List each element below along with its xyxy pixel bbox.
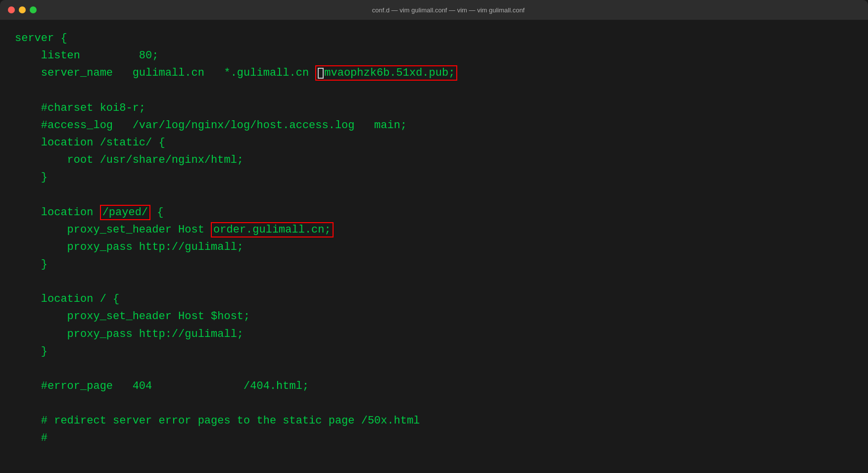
traffic-lights [8,6,37,13]
code-line-14: } [15,256,853,273]
main-window: conf.d — vim gulimall.conf — vim — vim g… [0,0,868,473]
code-line-6: #access_log /var/log/nginx/log/host.acce… [15,117,853,134]
empty-line-2 [15,187,853,204]
code-line-24: # [15,429,853,447]
titlebar: conf.d — vim gulimall.conf — vim — vim g… [0,0,868,20]
code-line-2: listen 80; [15,47,853,64]
code-line-19: } [15,343,853,360]
editor-content[interactable]: server { listen 80; server_name gulimall… [0,20,868,473]
code-line-5: #charset koi8-r; [15,99,853,117]
window-title: conf.d — vim gulimall.conf — vim — vim g… [37,6,860,14]
empty-line-3 [15,273,853,290]
code-line-9: } [15,169,853,186]
code-line-12: proxy_set_header Host order.gulimall.cn; [15,221,853,238]
code-line-13: proxy_pass http://gulimall; [15,238,853,256]
close-button[interactable] [8,6,15,13]
empty-line-5 [15,395,853,412]
server-name-highlight: mvaophzk6b.51xd.pub; [315,65,457,81]
empty-line-1 [15,82,853,99]
order-host-highlight: order.gulimall.cn; [211,222,334,237]
code-line-1: server { [15,30,853,47]
code-line-17: proxy_set_header Host $host; [15,308,853,325]
code-line-21: #error_page 404 /404.html; [15,378,853,395]
code-line-16: location / { [15,290,853,308]
cursor [318,68,324,79]
code-line-7: location /static/ { [15,134,853,151]
code-line-8: root /usr/share/nginx/html; [15,151,853,169]
code-line-11: location /payed/ { [15,204,853,221]
maximize-button[interactable] [30,6,37,13]
code-line-23: # redirect server error pages to the sta… [15,412,853,429]
empty-line-4 [15,360,853,378]
payed-highlight: /payed/ [100,205,150,220]
code-line-3: server_name gulimall.cn *.gulimall.cn mv… [15,64,853,82]
minimize-button[interactable] [19,6,26,13]
code-line-18: proxy_pass http://gulimall; [15,326,853,343]
